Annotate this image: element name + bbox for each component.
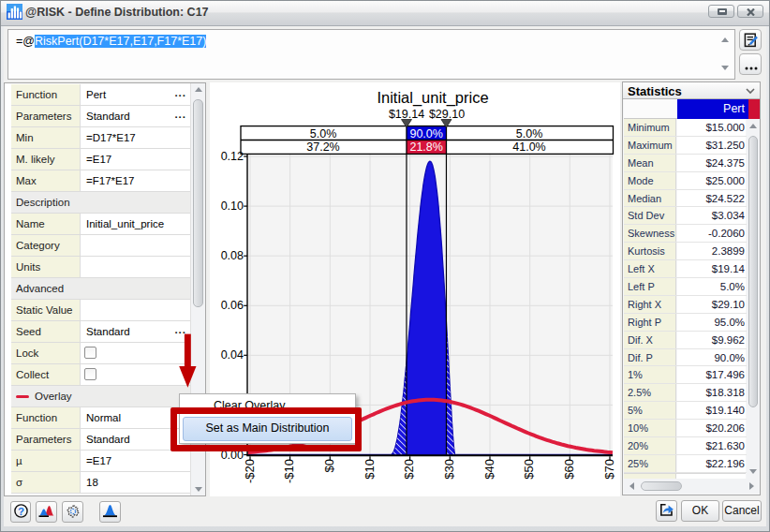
svg-text:-$10: -$10 [282,459,296,483]
svg-text:0.08: 0.08 [221,249,244,262]
svg-text:41.0%: 41.0% [512,140,545,154]
svg-text:5.0%: 5.0% [516,127,543,140]
svg-text:21.8%: 21.8% [409,140,442,154]
svg-text:$20: $20 [402,459,416,480]
svg-text:?: ? [17,506,23,517]
svg-text:$60: $60 [562,459,576,480]
svg-text:$19.14: $19.14 [389,108,424,121]
svg-text:-$20: -$20 [243,459,257,483]
svg-text:$50: $50 [522,459,536,480]
svg-text:0.06: 0.06 [221,299,244,312]
svg-text:$29.10: $29.10 [429,108,465,121]
svg-text:Initial_unit_price: Initial_unit_price [377,89,488,107]
svg-text:0.12: 0.12 [221,150,244,163]
svg-text:$0: $0 [322,459,336,472]
svg-text:$40: $40 [482,459,496,480]
svg-text:37.2%: 37.2% [306,140,339,154]
svg-text:0.04: 0.04 [221,348,244,362]
svg-text:0.10: 0.10 [221,200,244,213]
svg-text:90.0%: 90.0% [409,127,442,140]
svg-text:5.0%: 5.0% [310,127,337,140]
svg-text:$70: $70 [602,459,616,480]
svg-text:$30: $30 [442,459,456,480]
svg-text:$10: $10 [363,459,377,480]
